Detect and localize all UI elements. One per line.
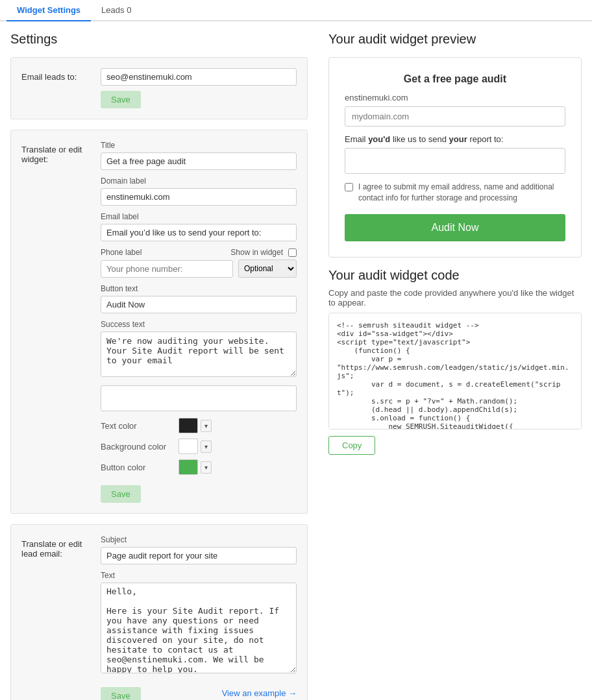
text-color-row: Text color ▾ bbox=[101, 418, 297, 433]
preview-title: Your audit widget preview bbox=[328, 32, 582, 47]
domain-label-group: Domain label bbox=[101, 176, 297, 206]
show-in-widget-checkbox[interactable] bbox=[288, 248, 297, 257]
subject-label: Subject bbox=[101, 535, 297, 544]
lead-email-row: Translate or edit lead email: Subject Te… bbox=[21, 535, 297, 700]
lead-email-section-label: Translate or edit lead email: bbox=[21, 535, 93, 559]
email-label-label: Email label bbox=[101, 212, 297, 221]
success-text-textarea[interactable]: We're now auditing your website. Your Si… bbox=[101, 332, 297, 377]
success-text-label: Success text bbox=[101, 320, 297, 329]
translate-widget-row: Translate or edit widget: Title Domain l… bbox=[21, 141, 297, 503]
lead-email-content: Subject Text Hello, Here is your Site Au… bbox=[101, 535, 297, 700]
lead-text-textarea[interactable]: Hello, Here is your Site Audit report. I… bbox=[101, 583, 297, 673]
preview-domain-input[interactable] bbox=[345, 106, 565, 127]
lead-email-footer: Save View an example → bbox=[101, 682, 297, 700]
preview-widget-title: Get a free page audit bbox=[345, 73, 565, 85]
show-in-widget-label: Show in widget bbox=[230, 248, 283, 257]
email-label-input[interactable] bbox=[101, 224, 297, 241]
button-text-label: Button text bbox=[101, 284, 297, 293]
lead-text-group: Text Hello, Here is your Site Audit repo… bbox=[101, 571, 297, 675]
background-color-picker[interactable]: ▾ bbox=[179, 439, 212, 454]
email-leads-input[interactable] bbox=[101, 68, 297, 86]
widget-save-button[interactable]: Save bbox=[101, 485, 141, 503]
domain-label-label: Domain label bbox=[101, 176, 297, 186]
email-label-group: Email label bbox=[101, 212, 297, 241]
email-leads-label: Email leads to: bbox=[21, 68, 93, 82]
button-text-group: Button text bbox=[101, 284, 297, 313]
left-panel: Settings Email leads to: Save Translate … bbox=[0, 21, 318, 700]
tab-widget-settings[interactable]: Widget Settings bbox=[6, 0, 91, 21]
tab-leads[interactable]: Leads 0 bbox=[91, 0, 142, 21]
lead-text-label: Text bbox=[101, 571, 297, 580]
phone-row: Optional Required bbox=[101, 259, 297, 278]
settings-title: Settings bbox=[10, 32, 308, 47]
right-panel: Your audit widget preview Get a free pag… bbox=[318, 21, 592, 700]
text-color-picker[interactable]: ▾ bbox=[179, 418, 212, 433]
phone-input[interactable] bbox=[101, 260, 233, 278]
background-color-swatch bbox=[179, 439, 198, 454]
email-leads-section: Email leads to: Save bbox=[10, 57, 308, 119]
preview-box: Get a free page audit enstinemuki.com Em… bbox=[328, 57, 582, 258]
title-label: Title bbox=[101, 141, 297, 150]
title-input[interactable] bbox=[101, 152, 297, 170]
subject-input[interactable] bbox=[101, 547, 297, 564]
button-color-label: Button color bbox=[101, 463, 179, 472]
success-text-group: Success text We're now auditing your web… bbox=[101, 320, 297, 379]
code-box: <!-- semrush siteaudit widget --> <div i… bbox=[328, 313, 582, 429]
preview-checkbox[interactable] bbox=[345, 183, 353, 191]
code-description: Copy and paste the code provided anywher… bbox=[328, 288, 582, 308]
phone-label-label: Phone label bbox=[101, 248, 142, 257]
background-color-row: Background color ▾ bbox=[101, 439, 297, 454]
button-color-swatch bbox=[179, 459, 198, 475]
translate-widget-label: Translate or edit widget: bbox=[21, 141, 93, 164]
button-color-dropdown-arrow[interactable]: ▾ bbox=[201, 461, 212, 474]
text-color-swatch bbox=[179, 418, 198, 433]
preview-email-label: Email you'd like us to send your report … bbox=[345, 134, 565, 144]
view-example-link[interactable]: View an example → bbox=[222, 688, 297, 698]
code-snippet: <!-- semrush siteaudit widget --> <div i… bbox=[337, 321, 573, 429]
background-color-label: Background color bbox=[101, 442, 179, 452]
lead-email-section: Translate or edit lead email: Subject Te… bbox=[10, 524, 308, 700]
extra-area bbox=[101, 385, 297, 411]
background-color-dropdown-arrow[interactable]: ▾ bbox=[201, 441, 212, 453]
copy-button[interactable]: Copy bbox=[328, 436, 375, 455]
preview-checkbox-row: I agree to submit my email address, name… bbox=[345, 182, 565, 204]
phone-label-group: Phone label Show in widget Optional Requ… bbox=[101, 248, 297, 278]
button-text-input[interactable] bbox=[101, 296, 297, 313]
subject-group: Subject bbox=[101, 535, 297, 564]
translate-widget-section: Translate or edit widget: Title Domain l… bbox=[10, 130, 308, 514]
code-section-title: Your audit widget code bbox=[328, 268, 582, 283]
email-leads-save-button[interactable]: Save bbox=[101, 91, 141, 108]
preview-email-input-box bbox=[345, 148, 565, 174]
translate-widget-content: Title Domain label Email label Phone lab… bbox=[101, 141, 297, 503]
text-color-dropdown-arrow[interactable]: ▾ bbox=[201, 420, 212, 432]
email-leads-content: Save bbox=[101, 68, 297, 108]
main-layout: Settings Email leads to: Save Translate … bbox=[0, 21, 592, 700]
tabs-bar: Widget Settings Leads 0 bbox=[0, 0, 592, 21]
preview-domain-label: enstinemuki.com bbox=[345, 93, 565, 103]
button-color-picker[interactable]: ▾ bbox=[179, 459, 212, 475]
preview-checkbox-text: I agree to submit my email address, name… bbox=[358, 182, 565, 204]
optional-select[interactable]: Optional Required bbox=[238, 259, 297, 278]
title-group: Title bbox=[101, 141, 297, 170]
email-leads-row: Email leads to: Save bbox=[21, 68, 297, 108]
domain-label-input[interactable] bbox=[101, 188, 297, 206]
lead-email-save-button[interactable]: Save bbox=[101, 687, 141, 700]
button-color-row: Button color ▾ bbox=[101, 459, 297, 475]
preview-audit-button[interactable]: Audit Now bbox=[345, 214, 565, 241]
show-in-widget-row: Show in widget bbox=[230, 248, 297, 257]
text-color-label: Text color bbox=[101, 421, 179, 431]
